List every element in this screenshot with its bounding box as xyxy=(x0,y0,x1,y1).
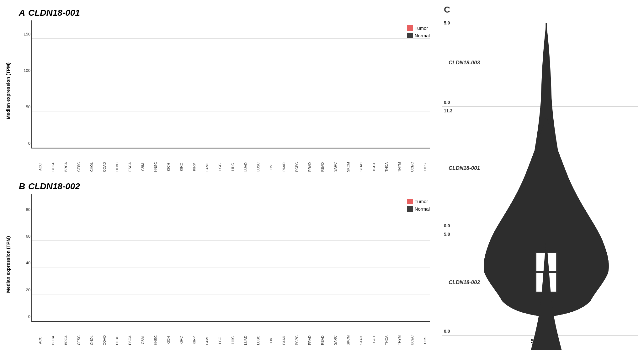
y-tick-150: 150 xyxy=(24,31,30,36)
x-label-KIRC: KIRC xyxy=(179,160,183,173)
x-label-COAD: COAD xyxy=(103,334,106,347)
x-label-GBM: GBM xyxy=(141,334,145,347)
x-label-TGCT: TGCT xyxy=(372,334,376,347)
x-label-STAD: STAD xyxy=(359,334,363,347)
x-label-TGCT: TGCT xyxy=(372,160,376,173)
x-label-THYM: THYM xyxy=(398,160,402,173)
x-label-UCEC: UCEC xyxy=(411,334,414,347)
x-label-LUSC: LUSC xyxy=(257,160,260,173)
panel-a-y-label: Median expression (TPM) xyxy=(5,62,11,119)
x-label-BRCA: BRCA xyxy=(64,160,68,173)
x-label-KIRC: KIRC xyxy=(179,334,183,347)
y-tick-40: 40 xyxy=(26,261,30,265)
y-tick-60: 60 xyxy=(26,234,30,238)
x-label-CHOL: CHOL xyxy=(90,334,93,347)
x-label-KICH: KICH xyxy=(167,160,171,173)
x-label-CHOL: CHOL xyxy=(90,160,93,173)
x-label-PCPG: PCPG xyxy=(295,334,299,347)
x-label-ESCA: ESCA xyxy=(128,334,132,347)
x-label-KICH: KICH xyxy=(167,334,171,347)
x-label-GBM: GBM xyxy=(141,160,145,173)
x-label-KIRP: KIRP xyxy=(192,334,196,347)
x-label-PAAD: PAAD xyxy=(282,160,286,173)
panel-b-legend: Tumor Normal xyxy=(407,199,430,212)
x-label-LAML: LAML xyxy=(205,160,209,173)
x-label-ESCA: ESCA xyxy=(128,160,132,173)
x-label-SKCM: SKCM xyxy=(346,160,350,173)
panel-a-legend: Tumor Normal xyxy=(407,25,430,38)
y-tick-20: 20 xyxy=(26,287,30,292)
y-tick-0: 0 xyxy=(28,314,30,319)
x-label-THCA: THCA xyxy=(385,160,389,173)
panel-a-chart: 050100150ACCBLCABRCACESCCHOLCOADDLBCESCA… xyxy=(31,20,430,148)
violin-002-label: CLDN18-002 xyxy=(445,279,496,286)
x-label-THCA: THCA xyxy=(385,334,389,347)
x-label-DLBC: DLBC xyxy=(115,334,119,347)
panel-a-letter: A xyxy=(19,8,25,18)
y-tick-50: 50 xyxy=(26,104,30,109)
x-label-THYM: THYM xyxy=(398,334,402,347)
x-label-SARC: SARC xyxy=(333,160,337,173)
x-label-LIHC: LIHC xyxy=(231,160,235,173)
panel-a-legend-normal: Normal xyxy=(407,33,430,38)
panel-a-gene: CLDN18-001 xyxy=(28,8,80,18)
x-label-READ: READ xyxy=(321,334,324,347)
violin-002: 5.8 0.0 CLDN18-002 xyxy=(442,230,638,336)
panel-c-letter: C xyxy=(444,5,450,15)
x-label-LGG: LGG xyxy=(218,334,222,347)
x-label-SARC: SARC xyxy=(333,334,337,347)
chart-b-xlabels: ACCBLCABRCACESCCHOLCOADDLBCESCAGBMHNSCKI… xyxy=(32,338,430,342)
y-tick-100: 100 xyxy=(24,68,30,73)
x-label-LGG: LGG xyxy=(218,160,222,173)
x-label-PAAD: PAAD xyxy=(282,334,286,347)
x-label-DLBC: DLBC xyxy=(115,160,119,173)
x-label-STAD: STAD xyxy=(359,160,363,173)
x-label-COAD: COAD xyxy=(103,160,106,173)
x-label-CESC: CESC xyxy=(77,160,81,173)
violin-001: 11.3 0.0 CLDN18-001 xyxy=(442,107,638,230)
chart-a-xlabels: ACCBLCABRCACESCCHOLCOADDLBCESCAGBMHNSCKI… xyxy=(32,164,430,168)
x-label-BRCA: BRCA xyxy=(64,334,68,347)
tumor-color-swatch-b xyxy=(407,199,413,204)
panel-b-gene: CLDN18-002 xyxy=(28,181,80,191)
x-label-HNSC: HNSC xyxy=(154,160,158,173)
x-label-ACC: ACC xyxy=(38,334,42,347)
panel-c-header: C xyxy=(442,3,638,19)
y-tick-0: 0 xyxy=(28,141,30,145)
x-label-PCPG: PCPG xyxy=(295,160,299,173)
chart-b-bars xyxy=(32,194,430,321)
normal-color-swatch xyxy=(407,33,413,38)
x-label-HNSC: HNSC xyxy=(154,334,158,347)
panel-b: B CLDN18-002 Median expression (TPM) 020… xyxy=(6,180,436,344)
x-label-CESC: CESC xyxy=(77,334,81,347)
violin-003-label: CLDN18-003 xyxy=(445,60,496,66)
x-label-BLCA: BLCA xyxy=(51,160,55,173)
x-label-READ: READ xyxy=(321,160,324,173)
tumor-color-swatch xyxy=(407,25,413,31)
x-label-LUAD: LUAD xyxy=(244,160,247,173)
y-tick-80: 80 xyxy=(26,207,30,212)
panel-b-y-label: Median expression (TPM) xyxy=(5,236,11,293)
x-label-UCS: UCS xyxy=(423,160,427,173)
panel-b-legend-normal: Normal xyxy=(407,206,430,212)
panel-b-letter: B xyxy=(19,181,25,191)
x-label-OV: OV xyxy=(269,334,273,347)
x-label-LIHC: LIHC xyxy=(231,334,235,347)
normal-color-swatch-b xyxy=(407,206,413,212)
violin-001-label: CLDN18-001 xyxy=(445,165,496,171)
x-label-OV: OV xyxy=(269,160,273,173)
panel-b-chart: 020406080ACCBLCABRCACESCCHOLCOADDLBCESCA… xyxy=(31,194,430,322)
x-label-ACC: ACC xyxy=(38,160,42,173)
x-label-LUAD: LUAD xyxy=(244,334,247,347)
x-label-UCS: UCS xyxy=(423,334,427,347)
x-label-LAML: LAML xyxy=(205,334,209,347)
x-label-UCEC: UCEC xyxy=(411,160,414,173)
x-label-PRAD: PRAD xyxy=(308,160,311,173)
panel-a-legend-tumor: Tumor xyxy=(407,25,430,31)
x-label-PRAD: PRAD xyxy=(308,334,311,347)
x-label-SKCM: SKCM xyxy=(346,334,350,347)
left-panel: A CLDN18-001 Median expression (TPM) 050… xyxy=(0,0,439,350)
violin-002-svg xyxy=(458,230,635,350)
x-label-KIRP: KIRP xyxy=(192,160,196,173)
panel-b-legend-tumor: Tumor xyxy=(407,199,430,204)
